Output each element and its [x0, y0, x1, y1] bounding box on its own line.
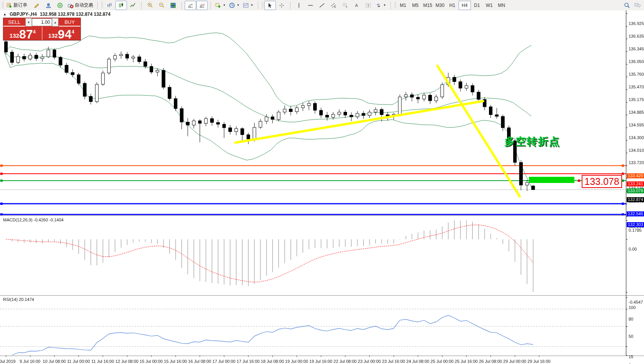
- periods-button[interactable]: ▼: [227, 1, 241, 10]
- auto-scroll-icon: [187, 2, 194, 8]
- current-price-badge: 132.874: [627, 197, 644, 202]
- clock-icon: [229, 2, 235, 8]
- time-axis-label: 19 Jul 00:00: [285, 359, 308, 364]
- indicators-button[interactable]: ▼: [214, 1, 227, 10]
- price-axis-tick: 133.720: [629, 160, 644, 165]
- candlestick-chart-button[interactable]: [115, 1, 127, 10]
- toolbar-grip[interactable]: [394, 2, 396, 9]
- toolbar-grip[interactable]: [262, 2, 264, 9]
- chart-shift-button[interactable]: [196, 1, 208, 10]
- buy-price-button[interactable]: 132 94 4: [42, 27, 81, 40]
- price-line-badge: 133.241: [627, 181, 644, 186]
- buy-price-small: 132: [48, 33, 58, 38]
- time-axis-label: 9 Jul 2019: [0, 359, 15, 364]
- macd-axis-tick: 0.00: [629, 247, 637, 251]
- new-order-button[interactable]: 新订单: [5, 1, 29, 10]
- rsi-axis-tick: 50: [629, 334, 633, 339]
- dropdown-caret-icon: ▼: [237, 3, 240, 7]
- timeframe-button-m30[interactable]: M30: [434, 1, 446, 10]
- search-icon[interactable]: [624, 2, 630, 8]
- vertical-line-button[interactable]: [293, 1, 305, 10]
- volume-input[interactable]: 1.00: [32, 18, 52, 26]
- cursor-button[interactable]: [264, 1, 276, 10]
- sell-price-sup: 4: [33, 29, 35, 34]
- toolbar-grip[interactable]: [2, 2, 4, 9]
- toolbar-grip[interactable]: [101, 2, 103, 9]
- time-axis-label: 23 Jul 00:00: [358, 359, 381, 364]
- buy-price-sup: 4: [72, 29, 74, 34]
- tile-windows-button[interactable]: [167, 1, 179, 10]
- dropdown-caret-icon: ▼: [250, 3, 254, 7]
- zoom-in-button[interactable]: [144, 1, 156, 10]
- time-axis-label: 23 Jul 16:00: [382, 359, 405, 364]
- timeframe-button-h1[interactable]: H1: [446, 1, 459, 10]
- volume-decrease-button[interactable]: ▼: [25, 18, 32, 27]
- price-axis-tick: 136.050: [629, 59, 644, 64]
- chart-annotation-text: 多空转折点: [504, 135, 560, 148]
- price-chart-canvas[interactable]: [0, 10, 644, 364]
- symbol-title: GBPJPY-,H4: [10, 12, 37, 17]
- sell-price-button[interactable]: 132 87 4: [3, 27, 42, 40]
- price-axis-tick: 134.300: [629, 135, 644, 140]
- line-chart-button[interactable]: [127, 1, 138, 10]
- trendline-icon: [319, 2, 325, 8]
- chat-icon[interactable]: [634, 2, 641, 8]
- sell-button[interactable]: SELL: [3, 18, 25, 27]
- toolbar-separator: [390, 2, 391, 9]
- price-axis-tick: 135.175: [629, 97, 644, 102]
- fibonacci-button[interactable]: F: [339, 1, 351, 10]
- chart-window: ▲ GBPJPY-,H4 132.958 132.978 132.874 132…: [0, 10, 644, 364]
- trendline-button[interactable]: [316, 1, 328, 10]
- time-axis-label: 17 Jul 00:00: [212, 359, 235, 364]
- toolbar-separator: [97, 2, 98, 9]
- zoom-out-button[interactable]: [156, 1, 167, 10]
- time-axis-label: 26 Jul 08:00: [479, 359, 502, 364]
- auto-scroll-button[interactable]: [185, 1, 196, 10]
- equidistant-channel-icon: E: [330, 2, 337, 8]
- timeframe-button-h4[interactable]: H4: [459, 1, 471, 10]
- crosshair-button[interactable]: [276, 1, 287, 10]
- metaeditor-button[interactable]: [31, 1, 43, 10]
- timeframe-button-m5[interactable]: M5: [409, 1, 422, 10]
- price-axis-tick: 135.470: [629, 85, 644, 89]
- buy-price-big: 94: [58, 29, 72, 40]
- volume-increase-button[interactable]: ▲: [52, 18, 58, 27]
- collapse-trade-panel-icon[interactable]: ▲: [3, 12, 7, 16]
- time-axis-label: 25 Jul 16:00: [455, 359, 478, 364]
- time-axis-label: 29 Jul 16:00: [527, 359, 551, 364]
- horizontal-line-button[interactable]: [305, 1, 316, 10]
- templates-button[interactable]: ▼: [241, 1, 255, 10]
- timeframe-button-m15[interactable]: M15: [422, 1, 434, 10]
- buy-button[interactable]: BUY: [59, 18, 80, 27]
- auto-trading-button[interactable]: 自动交易: [66, 1, 95, 10]
- timeframe-button-mn[interactable]: MN: [496, 1, 508, 10]
- time-axis-label: 19 Jul 16:00: [309, 359, 332, 364]
- bar-chart-button[interactable]: [104, 1, 115, 10]
- signals-button[interactable]: [54, 1, 66, 10]
- text-button[interactable]: A: [351, 1, 362, 10]
- time-axis-label: 9 Jul 16:00: [20, 359, 40, 364]
- time-axis-label: 29 Jul 00:00: [503, 359, 526, 364]
- community-button[interactable]: [43, 1, 54, 10]
- arrows-button[interactable]: ▼: [374, 1, 388, 10]
- auto-trading-label: 自动交易: [75, 2, 93, 8]
- community-icon: [45, 2, 52, 8]
- price-axis-tick: 134.595: [629, 123, 644, 127]
- svg-text:A: A: [355, 3, 358, 8]
- zoom-in-icon: [147, 2, 153, 8]
- fibonacci-icon: F: [342, 2, 348, 8]
- timeframe-group: M1M5M15M30H1H4D1W1MN: [392, 0, 509, 10]
- one-click-trade-panel: SELL ▼ 1.00 ▲ BUY 132 87 4 132 94 4: [3, 18, 81, 40]
- timeframe-button-d1[interactable]: D1: [471, 1, 483, 10]
- text-label-button[interactable]: T: [362, 1, 374, 10]
- timeframe-button-m1[interactable]: M1: [397, 1, 409, 10]
- new-order-icon: [6, 2, 12, 8]
- tile-windows-icon: [170, 2, 176, 8]
- time-axis-label: 25 Jul 00:00: [430, 359, 454, 364]
- time-axis-label: 22 Jul 08:00: [334, 359, 357, 364]
- time-axis-label: 12 Jul 08:00: [115, 359, 138, 364]
- equidistant-channel-button[interactable]: E: [328, 1, 339, 10]
- price-callout-box: 133.078: [582, 175, 622, 188]
- timeframe-button-w1[interactable]: W1: [483, 1, 496, 10]
- price-line-badge: 133.078: [627, 188, 644, 193]
